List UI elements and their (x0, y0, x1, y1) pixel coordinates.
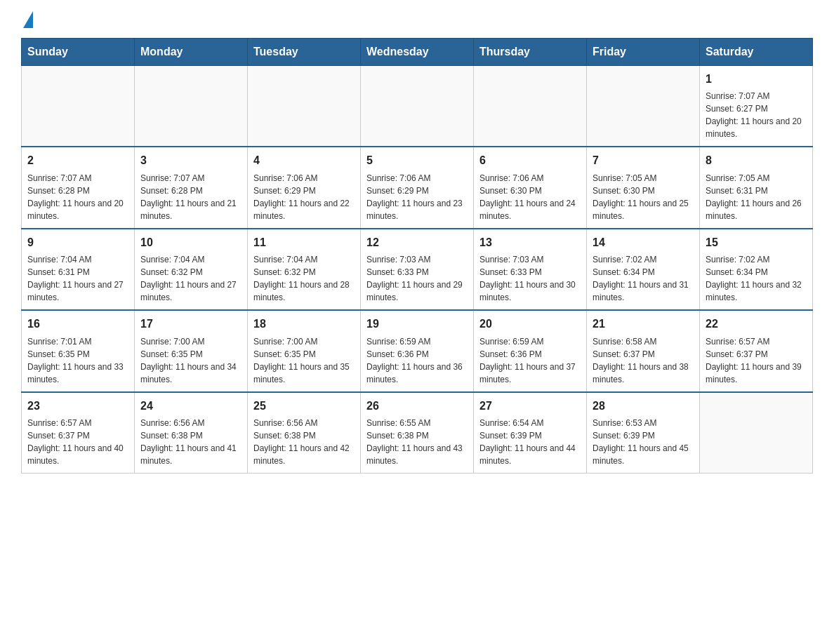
calendar-cell (361, 66, 474, 147)
day-info: Sunrise: 7:00 AMSunset: 6:35 PMDaylight:… (253, 335, 355, 386)
day-info: Sunrise: 7:04 AMSunset: 6:32 PMDaylight:… (140, 253, 241, 304)
calendar-cell: 24Sunrise: 6:56 AMSunset: 6:38 PMDayligh… (135, 392, 248, 474)
header-wednesday: Wednesday (361, 39, 474, 66)
header-tuesday: Tuesday (248, 39, 361, 66)
header-saturday: Saturday (700, 39, 813, 66)
day-info: Sunrise: 6:53 AMSunset: 6:39 PMDaylight:… (593, 417, 694, 467)
day-number: 12 (366, 235, 468, 250)
day-info: Sunrise: 7:05 AMSunset: 6:30 PMDaylight:… (593, 172, 694, 222)
calendar-cell: 14Sunrise: 7:02 AMSunset: 6:34 PMDayligh… (587, 229, 700, 310)
day-number: 7 (593, 153, 694, 168)
day-info: Sunrise: 7:07 AMSunset: 6:28 PMDaylight:… (27, 172, 128, 222)
day-number: 23 (27, 398, 128, 414)
day-info: Sunrise: 7:03 AMSunset: 6:33 PMDaylight:… (479, 253, 581, 304)
logo-triangle-icon (23, 11, 33, 28)
day-number: 1 (706, 72, 807, 87)
calendar-cell: 20Sunrise: 6:59 AMSunset: 6:36 PMDayligh… (474, 310, 587, 391)
day-info: Sunrise: 6:55 AMSunset: 6:38 PMDaylight:… (366, 417, 468, 467)
day-info: Sunrise: 6:56 AMSunset: 6:38 PMDaylight:… (253, 417, 355, 467)
day-number: 14 (593, 235, 694, 250)
day-number: 4 (253, 153, 355, 168)
calendar-cell: 18Sunrise: 7:00 AMSunset: 6:35 PMDayligh… (248, 310, 361, 391)
header-sunday: Sunday (22, 39, 135, 66)
day-number: 19 (366, 316, 468, 332)
day-number: 9 (27, 235, 128, 250)
calendar-cell: 22Sunrise: 6:57 AMSunset: 6:37 PMDayligh… (700, 310, 813, 391)
calendar-cell (135, 66, 248, 147)
calendar-cell: 11Sunrise: 7:04 AMSunset: 6:32 PMDayligh… (248, 229, 361, 310)
calendar-cell: 28Sunrise: 6:53 AMSunset: 6:39 PMDayligh… (587, 392, 700, 474)
calendar-cell: 8Sunrise: 7:05 AMSunset: 6:31 PMDaylight… (700, 147, 813, 228)
calendar-cell: 17Sunrise: 7:00 AMSunset: 6:35 PMDayligh… (135, 310, 248, 391)
calendar-week-row: 9Sunrise: 7:04 AMSunset: 6:31 PMDaylight… (22, 229, 813, 310)
day-number: 26 (366, 398, 468, 414)
day-info: Sunrise: 6:54 AMSunset: 6:39 PMDaylight:… (479, 417, 581, 467)
calendar-cell: 27Sunrise: 6:54 AMSunset: 6:39 PMDayligh… (474, 392, 587, 474)
day-info: Sunrise: 7:06 AMSunset: 6:29 PMDaylight:… (366, 172, 468, 222)
calendar-cell: 4Sunrise: 7:06 AMSunset: 6:29 PMDaylight… (248, 147, 361, 228)
day-info: Sunrise: 7:04 AMSunset: 6:32 PMDaylight:… (253, 253, 355, 304)
calendar-week-row: 16Sunrise: 7:01 AMSunset: 6:35 PMDayligh… (22, 310, 813, 391)
day-info: Sunrise: 7:00 AMSunset: 6:35 PMDaylight:… (140, 335, 241, 386)
day-info: Sunrise: 7:06 AMSunset: 6:30 PMDaylight:… (479, 172, 581, 222)
day-info: Sunrise: 6:59 AMSunset: 6:36 PMDaylight:… (479, 335, 581, 386)
day-info: Sunrise: 7:06 AMSunset: 6:29 PMDaylight:… (253, 172, 355, 222)
logo (21, 14, 33, 25)
header-thursday: Thursday (474, 39, 587, 66)
header-friday: Friday (587, 39, 700, 66)
day-number: 11 (253, 235, 355, 250)
day-info: Sunrise: 7:07 AMSunset: 6:27 PMDaylight:… (706, 90, 807, 140)
calendar-cell: 1Sunrise: 7:07 AMSunset: 6:27 PMDaylight… (700, 66, 813, 147)
day-number: 6 (479, 153, 581, 168)
calendar-cell: 10Sunrise: 7:04 AMSunset: 6:32 PMDayligh… (135, 229, 248, 310)
calendar-table: SundayMondayTuesdayWednesdayThursdayFrid… (21, 38, 813, 474)
day-number: 13 (479, 235, 581, 250)
calendar-cell: 7Sunrise: 7:05 AMSunset: 6:30 PMDaylight… (587, 147, 700, 228)
day-info: Sunrise: 7:02 AMSunset: 6:34 PMDaylight:… (706, 253, 807, 304)
day-info: Sunrise: 7:05 AMSunset: 6:31 PMDaylight:… (706, 172, 807, 222)
calendar-cell: 15Sunrise: 7:02 AMSunset: 6:34 PMDayligh… (700, 229, 813, 310)
day-number: 21 (593, 316, 694, 332)
calendar-cell: 2Sunrise: 7:07 AMSunset: 6:28 PMDaylight… (22, 147, 135, 228)
calendar-cell: 5Sunrise: 7:06 AMSunset: 6:29 PMDaylight… (361, 147, 474, 228)
calendar-cell (248, 66, 361, 147)
day-number: 18 (253, 316, 355, 332)
day-number: 28 (593, 398, 694, 414)
calendar-cell: 3Sunrise: 7:07 AMSunset: 6:28 PMDaylight… (135, 147, 248, 228)
calendar-week-row: 1Sunrise: 7:07 AMSunset: 6:27 PMDaylight… (22, 66, 813, 147)
calendar-cell: 23Sunrise: 6:57 AMSunset: 6:37 PMDayligh… (22, 392, 135, 474)
calendar-cell: 25Sunrise: 6:56 AMSunset: 6:38 PMDayligh… (248, 392, 361, 474)
day-number: 2 (27, 153, 128, 168)
calendar-cell: 12Sunrise: 7:03 AMSunset: 6:33 PMDayligh… (361, 229, 474, 310)
calendar-cell (700, 392, 813, 474)
day-number: 10 (140, 235, 241, 250)
calendar-header-row: SundayMondayTuesdayWednesdayThursdayFrid… (22, 39, 813, 66)
day-info: Sunrise: 7:02 AMSunset: 6:34 PMDaylight:… (593, 253, 694, 304)
day-info: Sunrise: 6:58 AMSunset: 6:37 PMDaylight:… (593, 335, 694, 386)
calendar-cell (22, 66, 135, 147)
calendar-cell: 6Sunrise: 7:06 AMSunset: 6:30 PMDaylight… (474, 147, 587, 228)
calendar-week-row: 2Sunrise: 7:07 AMSunset: 6:28 PMDaylight… (22, 147, 813, 228)
day-info: Sunrise: 6:57 AMSunset: 6:37 PMDaylight:… (27, 417, 128, 467)
day-number: 3 (140, 153, 241, 168)
calendar-cell: 16Sunrise: 7:01 AMSunset: 6:35 PMDayligh… (22, 310, 135, 391)
calendar-cell: 13Sunrise: 7:03 AMSunset: 6:33 PMDayligh… (474, 229, 587, 310)
calendar-cell: 21Sunrise: 6:58 AMSunset: 6:37 PMDayligh… (587, 310, 700, 391)
calendar-cell: 26Sunrise: 6:55 AMSunset: 6:38 PMDayligh… (361, 392, 474, 474)
calendar-cell (474, 66, 587, 147)
day-info: Sunrise: 7:03 AMSunset: 6:33 PMDaylight:… (366, 253, 468, 304)
calendar-week-row: 23Sunrise: 6:57 AMSunset: 6:37 PMDayligh… (22, 392, 813, 474)
header-monday: Monday (135, 39, 248, 66)
day-number: 22 (706, 316, 807, 332)
day-info: Sunrise: 7:04 AMSunset: 6:31 PMDaylight:… (27, 253, 128, 304)
day-number: 16 (27, 316, 128, 332)
calendar-cell (587, 66, 700, 147)
day-number: 25 (253, 398, 355, 414)
calendar-cell: 9Sunrise: 7:04 AMSunset: 6:31 PMDaylight… (22, 229, 135, 310)
day-info: Sunrise: 6:57 AMSunset: 6:37 PMDaylight:… (706, 335, 807, 386)
day-info: Sunrise: 6:56 AMSunset: 6:38 PMDaylight:… (140, 417, 241, 467)
day-info: Sunrise: 7:07 AMSunset: 6:28 PMDaylight:… (140, 172, 241, 222)
day-info: Sunrise: 7:01 AMSunset: 6:35 PMDaylight:… (27, 335, 128, 386)
day-number: 24 (140, 398, 241, 414)
calendar-cell: 19Sunrise: 6:59 AMSunset: 6:36 PMDayligh… (361, 310, 474, 391)
